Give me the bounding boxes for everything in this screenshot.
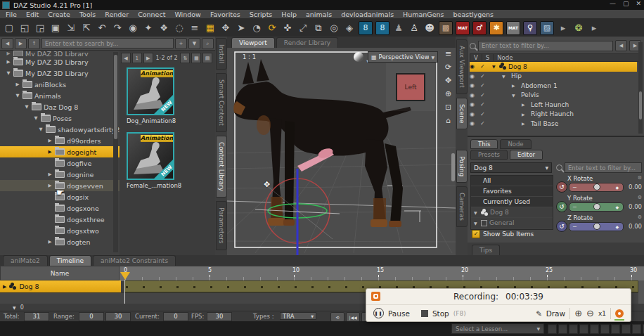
slider-plus-mark[interactable]: ◆ bbox=[615, 224, 619, 229]
pointer-tool[interactable]: ➤ bbox=[235, 22, 247, 34]
slider-minus[interactable]: − bbox=[572, 224, 577, 230]
product-thumbnail[interactable]: Animation NEW bbox=[127, 67, 174, 115]
pencil-icon[interactable]: ✎ bbox=[536, 309, 542, 318]
timeline-tab[interactable]: Timeline bbox=[49, 255, 91, 266]
scope-tab[interactable]: This bbox=[470, 139, 498, 149]
slider-value[interactable]: 0.00 bbox=[625, 203, 642, 210]
frame-dropdown-icon[interactable]: ▼ bbox=[13, 305, 16, 310]
menu-item[interactable]: Favorites bbox=[210, 11, 240, 18]
expand-arrow-icon[interactable]: ▶ bbox=[47, 239, 53, 245]
surface-selection-tool[interactable]: ◔ bbox=[250, 22, 263, 34]
tree-item[interactable]: dogsxone bbox=[0, 202, 120, 214]
menu-item[interactable]: HumanGens bbox=[403, 11, 444, 18]
slider-minus[interactable]: − bbox=[572, 184, 577, 190]
stop-icon[interactable] bbox=[421, 310, 428, 317]
search-options-dropdown[interactable]: ▼ bbox=[188, 38, 200, 49]
expand-arrow-icon[interactable]: ▶ bbox=[47, 183, 53, 188]
pane-tab[interactable]: Cameras bbox=[456, 186, 468, 227]
product-female-animation[interactable]: Animation NEW Female_...mation8 bbox=[127, 132, 173, 189]
display-style-sphere-icon[interactable] bbox=[354, 52, 363, 62]
gear-icon[interactable]: ⚙ bbox=[638, 214, 642, 221]
universal-tool[interactable]: ✥ bbox=[219, 22, 232, 34]
figure-selector-dropdown[interactable]: Dog 8 ▼ bbox=[470, 162, 552, 173]
orbit[interactable]: ⟳ bbox=[445, 63, 451, 72]
menu-item[interactable]: animals bbox=[306, 11, 332, 18]
expand-arrow-icon[interactable]: ▶ bbox=[47, 138, 53, 143]
render-button[interactable]: ◈ bbox=[343, 22, 356, 34]
lesson-key-button[interactable] bbox=[611, 324, 620, 334]
go-start[interactable]: |◀◀ bbox=[346, 312, 360, 322]
tree-item[interactable]: ▼ Poses bbox=[0, 112, 120, 124]
timeline-tab[interactable]: aniMate2 Constraints bbox=[93, 255, 176, 266]
camera-selector-dropdown[interactable]: ▦ Perspective View ▼ bbox=[368, 51, 438, 63]
pane-tab[interactable]: Posing bbox=[456, 150, 468, 183]
open-file[interactable]: ◱ bbox=[18, 22, 31, 34]
scene-node-row[interactable]: ◉ ✓ ▶ Right Haunch bbox=[470, 110, 637, 119]
expand-arrow-icon[interactable]: ▼ bbox=[24, 104, 30, 110]
tree-item[interactable]: ▶ aniBlocks bbox=[0, 79, 120, 90]
tree-item[interactable]: dogfive bbox=[0, 157, 120, 169]
create-camera[interactable]: ◉ bbox=[127, 22, 139, 34]
visibility-eye-icon[interactable]: ◉ bbox=[470, 63, 478, 70]
fps-field[interactable]: 30 bbox=[207, 312, 232, 321]
range-end-field[interactable]: 30 bbox=[105, 312, 131, 321]
daz8-scene-2[interactable]: 8 bbox=[375, 21, 389, 35]
gear-icon[interactable]: ⚙ bbox=[638, 195, 642, 202]
selectable-pointer-icon[interactable]: ✓ bbox=[480, 73, 489, 79]
menu-item[interactable]: Window bbox=[174, 11, 200, 18]
pane-tab[interactable]: Install bbox=[216, 38, 227, 70]
pane-tab[interactable]: Content Library bbox=[216, 136, 227, 198]
pause-icon[interactable]: ❚❚ bbox=[373, 308, 384, 318]
expand-arrow-icon[interactable]: ▼ bbox=[33, 115, 39, 121]
scene-node-row[interactable]: ◉ ✓ ▼ Hip bbox=[470, 72, 637, 82]
pane-tab[interactable]: Scene bbox=[456, 98, 468, 129]
translate-tool[interactable]: ✜ bbox=[281, 22, 294, 34]
lesson-key-button[interactable] bbox=[622, 324, 631, 334]
expand-arrow-icon[interactable]: ▶ bbox=[47, 149, 53, 155]
show-sub-items-checkbox[interactable]: ✓ Show Sub Items bbox=[472, 230, 534, 238]
redo[interactable]: ↷ bbox=[111, 22, 124, 34]
selectable-pointer-icon[interactable]: ✓ bbox=[480, 111, 489, 117]
scene-filter-input[interactable]: Enter text to filter by... bbox=[478, 41, 613, 51]
viewport-scrollbar[interactable] bbox=[451, 153, 455, 181]
expand-arrow-icon[interactable]: ▶ bbox=[15, 82, 20, 87]
undo[interactable]: ↶ bbox=[96, 22, 108, 34]
column-node[interactable]: Node bbox=[494, 54, 640, 61]
pose-wheel[interactable]: ❂ bbox=[572, 22, 585, 34]
timeline-scrollbar[interactable] bbox=[638, 280, 644, 304]
range-start-field[interactable]: 0 bbox=[79, 312, 104, 321]
tree-item[interactable]: ▶ My DAZ 3D Library bbox=[0, 51, 120, 56]
expand-arrow-icon[interactable]: ▼ bbox=[512, 93, 517, 98]
pause-button[interactable]: Pause bbox=[388, 309, 410, 318]
page-next-button[interactable]: ▶ bbox=[143, 53, 153, 63]
draw-button[interactable]: Draw bbox=[546, 309, 565, 318]
window-control-button[interactable]: — bbox=[610, 0, 616, 7]
selectable-pointer-icon[interactable]: ✓ bbox=[480, 120, 489, 127]
nav-up-button[interactable]: ↑ bbox=[28, 38, 40, 49]
figure-gray[interactable]: ♟ bbox=[392, 22, 405, 34]
reset-view[interactable]: ⌂ bbox=[446, 116, 451, 125]
window-control-button[interactable]: ▢ bbox=[623, 0, 629, 7]
expand-arrow-icon[interactable]: ▼ bbox=[6, 70, 11, 76]
tree-item[interactable]: ▼ shadowyartsdirty2024 bbox=[0, 124, 120, 135]
export[interactable]: ⇱ bbox=[80, 22, 93, 34]
menu-item[interactable]: Create bbox=[48, 11, 70, 18]
playhead[interactable] bbox=[120, 272, 130, 280]
expand-arrow-icon[interactable]: ▶ bbox=[6, 51, 11, 56]
pack-orange[interactable]: ✱ bbox=[489, 21, 503, 35]
menu-item[interactable]: Edit bbox=[26, 11, 39, 18]
rotate-dial-icon[interactable]: ↺ bbox=[556, 201, 567, 212]
list-view-button[interactable]: ▤ bbox=[202, 53, 212, 63]
slider-handle[interactable] bbox=[593, 223, 600, 230]
expand-arrow-icon[interactable]: ▼ bbox=[502, 74, 507, 79]
column-selectability[interactable]: S bbox=[482, 54, 494, 61]
parameter-group-row[interactable]: Currently Used bbox=[471, 197, 553, 207]
parameter-group-row[interactable]: All bbox=[471, 176, 553, 186]
product-thumbnail[interactable]: Animation NEW bbox=[127, 132, 174, 180]
parameter-filter-input[interactable]: Enter text to filter by... bbox=[565, 162, 642, 173]
lesson-key-button[interactable] bbox=[590, 324, 599, 334]
overflow-arrow[interactable]: ▸ bbox=[557, 22, 569, 34]
scene-node-row[interactable]: ◉ ✓ ▼ Pelvis bbox=[470, 91, 637, 101]
expand-arrow-icon[interactable]: ▶ bbox=[3, 284, 6, 290]
slider-value[interactable]: 0.00 bbox=[625, 183, 642, 190]
